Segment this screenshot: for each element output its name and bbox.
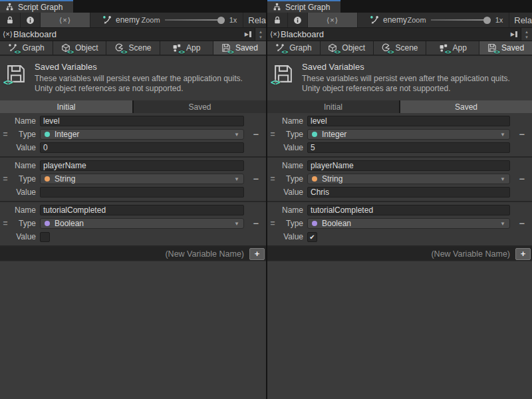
info-button[interactable] — [21, 13, 41, 27]
info-title: Saved Variables — [302, 62, 510, 72]
variable-value-checkbox[interactable] — [40, 232, 50, 242]
type-value: Boolean — [322, 219, 351, 228]
drag-handle[interactable]: = — [0, 174, 11, 184]
variable-value-input[interactable]: 5 — [307, 142, 510, 153]
value-label: Value — [278, 188, 307, 197]
variable-value-input[interactable]: 0 — [40, 142, 244, 153]
tab-saved[interactable]: <> Saved — [213, 41, 266, 55]
scene-tab-icon: <> — [381, 43, 391, 53]
new-variable-input[interactable]: (New Variable Name) — [431, 249, 515, 259]
blackboard-title: Blackboard — [281, 29, 324, 39]
blackboard-header: ⟨×⟩ Blackboard ▶ ▲▼ — [267, 28, 532, 41]
scroll-arrows[interactable]: ▲▼ — [521, 28, 532, 41]
variable-type-dropdown[interactable]: Integer ▼ — [40, 129, 244, 140]
app-tab-icon: <> — [172, 43, 182, 53]
tab-scene[interactable]: <> Scene — [374, 41, 426, 55]
value-label: Value — [11, 188, 40, 197]
add-variable-button[interactable]: + — [249, 248, 265, 260]
drag-handle[interactable]: = — [0, 130, 11, 139]
lock-button[interactable] — [267, 13, 288, 27]
zoom-slider-knob[interactable] — [483, 17, 491, 24]
graph-ref-icon: ⟨×⟩ — [59, 16, 71, 25]
graph-icon — [102, 15, 112, 25]
remove-variable-button[interactable]: − — [246, 219, 266, 228]
lock-button[interactable] — [0, 13, 21, 27]
tab-scene[interactable]: <> Scene — [106, 41, 159, 55]
zoom-slider-track — [431, 19, 491, 21]
tab-saved[interactable]: <> Saved — [479, 41, 532, 55]
type-color-dot — [312, 176, 317, 182]
scene-tab-icon: <> — [114, 43, 124, 53]
type-value: Boolean — [55, 219, 84, 228]
state-subtabs: Initial Saved — [0, 100, 266, 113]
subtab-initial[interactable]: Initial — [267, 100, 399, 113]
variable-name-input[interactable]: level — [40, 116, 244, 126]
tab-script-graph[interactable]: Script Graph — [0, 0, 73, 13]
tab-app[interactable]: <> App — [426, 41, 479, 55]
relations-button[interactable]: Rela — [509, 13, 532, 27]
graph-inspector-toggle[interactable]: ⟨×⟩ — [41, 13, 90, 27]
add-variable-button[interactable]: + — [515, 248, 531, 260]
variable-type-dropdown[interactable]: Integer ▼ — [307, 129, 510, 140]
variable-name-input[interactable]: tutorialCompleted — [307, 205, 510, 215]
tab-graph[interactable]: <> Graph — [267, 41, 320, 55]
zoom-slider-knob[interactable] — [217, 17, 225, 24]
variables-list: Name level = Type Integer ▼ − Value 0 Na… — [0, 113, 266, 247]
blackboard-header: ⟨×⟩ Blackboard ▶ ▲▼ — [0, 28, 266, 41]
relations-button[interactable]: Rela — [243, 13, 266, 27]
variable-value-input[interactable] — [40, 187, 244, 198]
drag-handle[interactable]: = — [267, 130, 278, 139]
variable-type-dropdown[interactable]: Boolean ▼ — [40, 218, 244, 229]
variable-row-tutorialCompleted: Name tutorialCompleted = Type Boolean ▼ … — [0, 202, 266, 247]
variable-value-input[interactable]: Chris — [307, 187, 510, 198]
type-color-dot — [45, 176, 50, 182]
drag-handle[interactable]: = — [0, 219, 11, 228]
dock-icon[interactable]: ▶ — [511, 31, 517, 37]
scroll-down-icon[interactable]: ▼ — [525, 35, 529, 40]
window-tab-bar: Script Graph — [267, 0, 532, 13]
tab-app[interactable]: <> App — [160, 41, 213, 55]
info-button[interactable] — [288, 13, 308, 27]
code-badge-icon: <> — [445, 49, 452, 55]
remove-variable-button[interactable]: − — [512, 219, 532, 228]
tab-object[interactable]: <> Object — [53, 41, 106, 55]
zoom-slider[interactable] — [165, 13, 225, 27]
subtab-saved[interactable]: Saved — [134, 100, 266, 113]
remove-variable-button[interactable]: − — [246, 174, 266, 184]
variable-row-level: Name level = Type Integer ▼ − Value 5 — [267, 113, 532, 158]
drag-handle[interactable]: = — [267, 219, 278, 228]
drag-handle[interactable]: = — [267, 174, 278, 184]
tab-graph[interactable]: <> Graph — [0, 41, 53, 55]
variable-type-dropdown[interactable]: Boolean ▼ — [307, 218, 510, 229]
subtab-saved[interactable]: Saved — [400, 100, 532, 113]
variable-name-input[interactable]: level — [307, 116, 510, 126]
subtab-initial[interactable]: Initial — [0, 100, 132, 113]
chevron-down-icon: ▼ — [234, 221, 239, 227]
script-graph-icon — [5, 3, 14, 11]
info-icon — [293, 16, 302, 25]
graph-breadcrumb[interactable]: enemy — [102, 13, 140, 27]
script-graph-icon — [273, 3, 281, 11]
remove-variable-button[interactable]: − — [512, 130, 532, 139]
tab-script-graph[interactable]: Script Graph — [267, 0, 340, 13]
graph-breadcrumb[interactable]: enemy — [370, 13, 407, 27]
zoom-slider[interactable] — [431, 13, 491, 27]
tab-object[interactable]: <> Object — [321, 41, 373, 55]
variable-name-input[interactable]: playerName — [40, 160, 244, 171]
scroll-up-icon[interactable]: ▲ — [525, 29, 529, 35]
variable-value-checkbox[interactable]: ✔ — [307, 232, 317, 242]
new-variable-input[interactable]: (New Variable Name) — [165, 249, 249, 259]
variable-name-input[interactable]: tutorialCompleted — [40, 205, 244, 215]
scroll-up-icon[interactable]: ▲ — [259, 29, 263, 35]
type-color-dot — [312, 221, 317, 226]
saved-variables-icon: <> — [5, 63, 27, 84]
variable-type-dropdown[interactable]: String ▼ — [40, 174, 244, 184]
dock-icon[interactable]: ▶ — [245, 31, 251, 37]
scroll-down-icon[interactable]: ▼ — [259, 35, 263, 40]
variable-name-input[interactable]: playerName — [307, 160, 510, 171]
graph-inspector-toggle[interactable]: ⟨×⟩ — [308, 13, 358, 27]
remove-variable-button[interactable]: − — [246, 130, 266, 139]
variable-type-dropdown[interactable]: String ▼ — [307, 174, 510, 184]
remove-variable-button[interactable]: − — [512, 174, 532, 184]
scroll-arrows[interactable]: ▲▼ — [255, 28, 266, 41]
